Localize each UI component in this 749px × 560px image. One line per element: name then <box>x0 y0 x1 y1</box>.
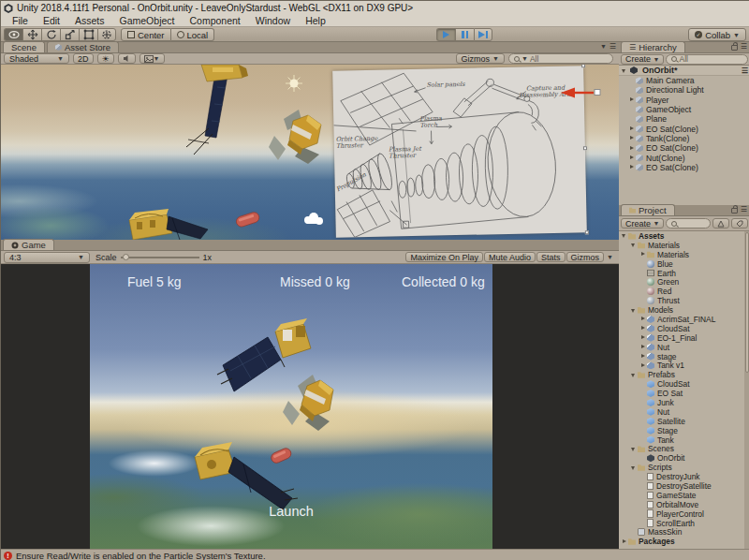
menu-item-gameobject[interactable]: GameObject <box>112 15 183 26</box>
hierarchy-item[interactable]: Nut(Clone) <box>626 153 749 162</box>
toggle-2d-button[interactable]: 2D <box>73 53 94 64</box>
menu-item-window[interactable]: Window <box>248 15 298 26</box>
expand-arrow[interactable] <box>639 353 647 361</box>
project-item[interactable]: CloudSat <box>619 324 749 333</box>
project-item[interactable]: Nut <box>619 343 749 352</box>
project-item[interactable]: Earth <box>619 269 749 278</box>
expand-arrow[interactable] <box>628 125 636 133</box>
hierarchy-item[interactable]: EO Sat(Clone) <box>626 143 749 153</box>
scene-gizmos-dropdown[interactable]: Gizmos▼ <box>456 53 505 64</box>
search-by-label-button[interactable] <box>731 218 748 228</box>
expand-arrow[interactable] <box>630 464 638 471</box>
expand-arrow[interactable] <box>630 242 638 249</box>
project-search-input[interactable] <box>666 218 711 228</box>
project-item[interactable]: OrbitalMove <box>619 500 749 509</box>
expand-arrow[interactable] <box>628 164 636 171</box>
pause-button[interactable] <box>455 28 474 41</box>
project-item[interactable]: EO-1_Final <box>619 333 749 343</box>
hierarchy-item[interactable]: EO Sat(Clone) <box>626 163 749 172</box>
project-item[interactable]: EO Sat <box>619 389 749 398</box>
hierarchy-item[interactable]: Tank(Clone) <box>626 134 749 143</box>
hand-tool[interactable] <box>4 28 22 41</box>
step-button[interactable] <box>474 28 492 41</box>
scene-view[interactable]: Solar panels Capture and Disassembly Arm… <box>1 65 619 240</box>
hierarchy-item[interactable]: EO Sat(Clone) <box>626 124 749 133</box>
project-item[interactable]: Models <box>619 305 749 315</box>
pivot-center-button[interactable]: Center <box>121 28 171 41</box>
project-item[interactable]: Tank <box>619 435 749 445</box>
scene-search-input[interactable]: ▼All <box>508 53 613 64</box>
hierarchy-item[interactable]: Plane <box>626 114 749 124</box>
tab-asset-store[interactable]: Asset Store <box>47 41 119 52</box>
game-toolbar-button-maximize-on-play[interactable]: Maximize On Play <box>405 252 483 262</box>
project-item[interactable]: DestroySatellite <box>619 481 749 491</box>
project-item[interactable]: DestroyJunk <box>619 472 749 481</box>
panel-menu-icon[interactable]: ☰ <box>741 42 747 51</box>
scene-audio-button[interactable] <box>118 53 136 64</box>
game-toolbar-button-mute-audio[interactable]: Mute Audio <box>484 252 536 262</box>
rotate-tool[interactable] <box>41 28 60 41</box>
panel-menu-icon[interactable]: ☰ <box>741 205 747 214</box>
project-create-button[interactable]: Create ▼ <box>621 218 664 228</box>
scale-slider[interactable] <box>121 252 199 263</box>
scene-effects-dropdown[interactable]: ▼ <box>140 53 165 64</box>
expand-arrow[interactable] <box>639 361 647 369</box>
project-item[interactable]: Materials <box>619 250 749 259</box>
hierarchy-scene-header[interactable]: OnOrbit* ☰ <box>619 66 749 76</box>
project-item[interactable]: CloudSat <box>619 379 749 389</box>
rect-tool[interactable] <box>79 28 97 41</box>
hierarchy-search-input[interactable]: All <box>666 54 748 65</box>
tab-hierarchy[interactable]: ☰Hierarchy <box>621 41 685 52</box>
design-sketch-image[interactable]: Solar panels Capture and Disassembly Arm… <box>332 66 587 238</box>
selection-handle[interactable] <box>585 230 589 234</box>
menu-item-file[interactable]: File <box>5 15 36 26</box>
expand-arrow[interactable] <box>628 155 636 162</box>
project-item[interactable]: stage <box>619 352 749 361</box>
project-item[interactable]: AcrimSat_FINAL <box>619 315 749 324</box>
hierarchy-item[interactable]: Directional Light <box>626 85 749 95</box>
search-by-type-button[interactable] <box>712 218 729 228</box>
tab-game[interactable]: Game <box>3 239 54 250</box>
scene-lighting-button[interactable]: ☀ <box>97 53 114 64</box>
expand-arrow[interactable] <box>628 135 636 142</box>
aspect-ratio-dropdown[interactable]: 4:3▼ <box>4 252 90 263</box>
project-item[interactable]: ScrollEarth <box>619 519 749 528</box>
project-scrollbar[interactable] <box>744 231 749 549</box>
scrollbar-thumb[interactable] <box>745 232 749 373</box>
move-tool[interactable] <box>22 28 41 41</box>
expand-arrow[interactable] <box>628 96 636 104</box>
project-item[interactable]: Junk <box>619 398 749 407</box>
expand-arrow[interactable] <box>639 334 647 342</box>
menu-item-help[interactable]: Help <box>298 15 333 26</box>
selection-handle[interactable] <box>583 146 587 150</box>
chevron-down-icon[interactable]: ▼ <box>607 254 613 260</box>
scale-slider-knob[interactable] <box>123 254 129 260</box>
project-item[interactable]: Materials <box>619 241 749 250</box>
lock-icon[interactable] <box>731 208 738 214</box>
menu-item-component[interactable]: Component <box>182 15 247 26</box>
expand-arrow[interactable] <box>621 538 628 545</box>
expand-arrow[interactable] <box>639 251 647 258</box>
project-item[interactable]: Packages <box>619 537 749 546</box>
game-toolbar-button-stats[interactable]: Stats <box>536 252 565 262</box>
expand-arrow[interactable] <box>628 144 636 152</box>
scene-menu-icon[interactable]: ☰ <box>742 66 748 75</box>
game-toolbar-button-gizmos[interactable]: Gizmos <box>566 252 605 262</box>
rotation-local-button[interactable]: Local <box>171 28 215 41</box>
chevron-down-icon[interactable]: ▼ <box>600 43 607 50</box>
project-item[interactable]: Stage <box>619 426 749 435</box>
move-gizmo-x-axis[interactable] <box>561 85 602 100</box>
draw-mode-dropdown[interactable]: Shaded▼ <box>4 53 69 64</box>
project-item[interactable]: Satellite <box>619 417 749 426</box>
hierarchy-item[interactable]: Player <box>626 96 749 105</box>
project-item[interactable]: Scripts <box>619 463 749 472</box>
project-item[interactable]: Nut <box>619 407 749 417</box>
project-item[interactable]: PlayerControl <box>619 509 749 519</box>
expand-arrow[interactable] <box>639 316 647 323</box>
expand-arrow[interactable] <box>630 445 638 452</box>
project-item[interactable]: Assets <box>619 231 749 241</box>
project-item[interactable]: Green <box>619 277 749 287</box>
expand-arrow[interactable] <box>639 344 647 351</box>
expand-arrow[interactable] <box>630 371 638 378</box>
game-view[interactable]: Fuel 5 kg Missed 0 kg Collected 0 kg <box>1 264 619 549</box>
